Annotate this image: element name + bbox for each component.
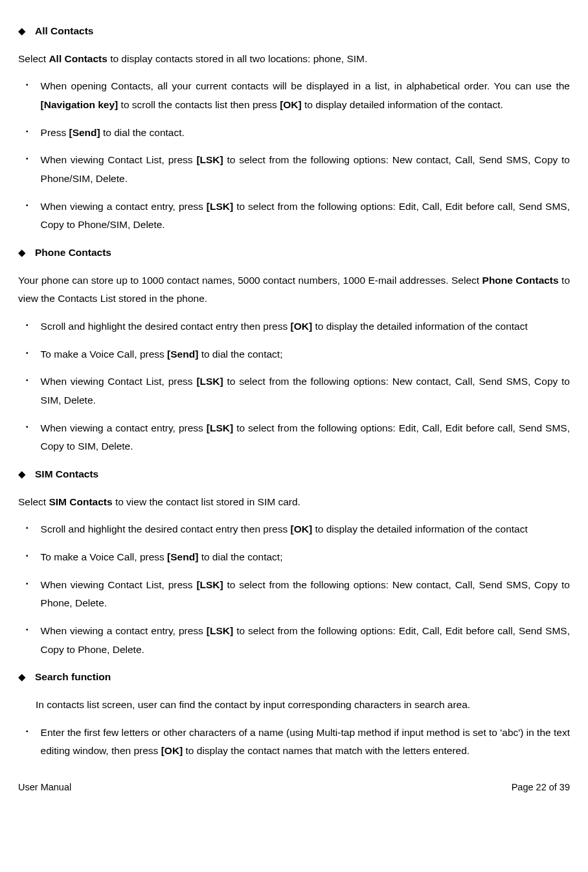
section-header: ◆Phone Contacts	[18, 244, 570, 262]
section-intro: Select All Contacts to display contacts …	[18, 50, 570, 69]
list-item-text: When viewing Contact List, press [LSK] t…	[41, 373, 570, 409]
bold-key: [Navigation key]	[41, 99, 119, 110]
bold-key: [LSK]	[196, 376, 223, 387]
bullet-list: ▪Scroll and highlight the desired contac…	[18, 520, 570, 659]
list-item: ▪When viewing Contact List, press [LSK] …	[18, 576, 570, 613]
document-content: ◆All ContactsSelect All Contacts to disp…	[18, 22, 570, 761]
bold-key: [OK]	[291, 321, 313, 332]
list-item: ▪Enter the first few letters or other ch…	[18, 724, 570, 761]
bold-key: [Send]	[167, 551, 198, 562]
section-title: All Contacts	[35, 22, 93, 41]
list-item-text: Scroll and highlight the desired contact…	[41, 520, 570, 539]
list-item-text: To make a Voice Call, press [Send] to di…	[41, 345, 570, 364]
bullet-icon: ▪	[26, 322, 28, 328]
intro-bold: SIM Contacts	[49, 496, 112, 507]
diamond-icon: ◆	[18, 672, 26, 682]
bullet-icon: ▪	[26, 82, 28, 88]
bullet-icon: ▪	[26, 128, 28, 135]
bold-key: [LSK]	[196, 154, 223, 165]
diamond-icon: ◆	[18, 26, 26, 36]
bullet-icon: ▪	[26, 350, 28, 356]
list-item: ▪When opening Contacts, all your current…	[18, 77, 570, 114]
list-item-text: Scroll and highlight the desired contact…	[41, 317, 570, 336]
list-item-text: When opening Contacts, all your current …	[41, 77, 570, 114]
diamond-icon: ◆	[18, 469, 26, 479]
bullet-icon: ▪	[26, 424, 28, 430]
bold-key: [Send]	[69, 127, 100, 138]
list-item: ▪To make a Voice Call, press [Send] to d…	[18, 345, 570, 364]
bold-key: [LSK]	[207, 625, 233, 636]
list-item: ▪When viewing a contact entry, press [LS…	[18, 419, 570, 456]
list-item: ▪Scroll and highlight the desired contac…	[18, 520, 570, 539]
bullet-icon: ▪	[26, 155, 28, 162]
list-item: ▪When viewing Contact List, press [LSK] …	[18, 373, 570, 409]
list-item-text: Press [Send] to dial the contact.	[41, 124, 570, 143]
bold-key: [OK]	[280, 99, 302, 110]
section-header: ◆Search function	[18, 668, 570, 687]
list-item-text: When viewing a contact entry, press [LSK…	[41, 419, 570, 456]
list-item: ▪Scroll and highlight the desired contac…	[18, 317, 570, 336]
list-item-text: Enter the first few letters or other cha…	[41, 724, 570, 761]
bold-key: [LSK]	[196, 579, 223, 590]
section-title: Phone Contacts	[35, 244, 111, 262]
bold-key: [LSK]	[207, 422, 233, 433]
list-item-text: When viewing a contact entry, press [LSK…	[41, 198, 570, 235]
list-item: ▪When viewing a contact entry, press [LS…	[18, 198, 570, 235]
list-item-text: To make a Voice Call, press [Send] to di…	[41, 548, 570, 567]
bold-key: [Send]	[167, 349, 198, 360]
intro-bold: Phone Contacts	[482, 275, 559, 286]
bullet-icon: ▪	[26, 553, 28, 559]
section-header: ◆All Contacts	[18, 22, 570, 41]
bullet-icon: ▪	[26, 580, 28, 587]
bold-key: [OK]	[291, 523, 313, 534]
footer-right: Page 22 of 39	[512, 779, 570, 796]
section-title: SIM Contacts	[35, 465, 98, 484]
bullet-icon: ▪	[26, 525, 28, 531]
list-item: ▪When viewing a contact entry, press [LS…	[18, 622, 570, 659]
bullet-list: ▪Scroll and highlight the desired contac…	[18, 317, 570, 456]
bullet-icon: ▪	[26, 202, 28, 209]
bullet-list: ▪Enter the first few letters or other ch…	[18, 724, 570, 761]
section-intro: Your phone can store up to 1000 contact …	[18, 271, 570, 308]
section-intro: Select SIM Contacts to view the contact …	[18, 493, 570, 512]
list-item-text: When viewing a contact entry, press [LSK…	[41, 622, 570, 659]
list-item-text: When viewing Contact List, press [LSK] t…	[41, 151, 570, 188]
list-item: ▪Press [Send] to dial the contact.	[18, 124, 570, 143]
list-item: ▪When viewing Contact List, press [LSK] …	[18, 151, 570, 188]
bullet-list: ▪When opening Contacts, all your current…	[18, 77, 570, 235]
diamond-icon: ◆	[18, 247, 26, 257]
section-header: ◆SIM Contacts	[18, 465, 570, 484]
bullet-icon: ▪	[26, 728, 28, 735]
section-title: Search function	[35, 668, 111, 687]
page-footer: User Manual Page 22 of 39	[18, 779, 570, 796]
section-intro: In contacts list screen, user can find t…	[36, 696, 570, 715]
list-item-text: When viewing Contact List, press [LSK] t…	[41, 576, 570, 613]
footer-left: User Manual	[18, 779, 71, 796]
intro-bold: All Contacts	[49, 53, 107, 64]
bullet-icon: ▪	[26, 626, 28, 633]
bullet-icon: ▪	[26, 377, 28, 384]
list-item: ▪To make a Voice Call, press [Send] to d…	[18, 548, 570, 567]
bold-key: [OK]	[161, 745, 183, 756]
bold-key: [LSK]	[207, 201, 233, 212]
